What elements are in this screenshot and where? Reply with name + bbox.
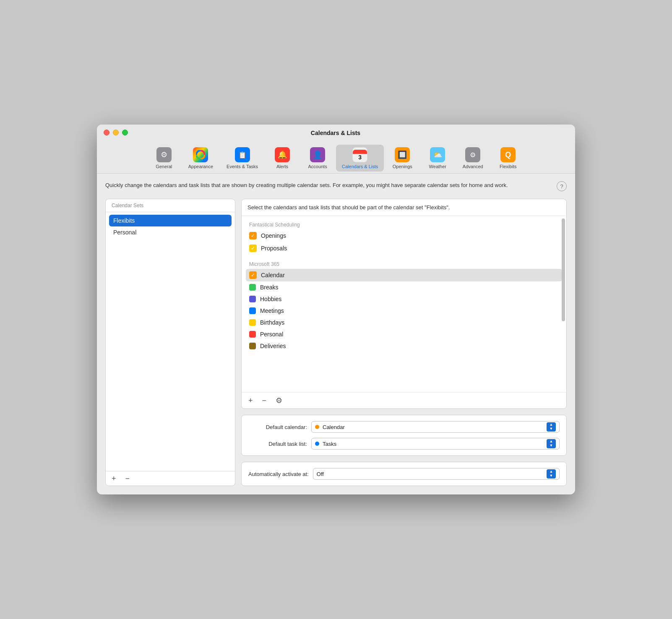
left-panel: Calendar Sets Flexibits Personal + − xyxy=(105,199,235,486)
openings-icon: 🔲 xyxy=(395,147,410,162)
cal-label-birthdays: Birthdays xyxy=(260,319,284,326)
default-calendar-row: Default calendar: Calendar ▲ ▼ xyxy=(248,421,560,433)
appearance-icon xyxy=(193,147,208,162)
maximize-button[interactable] xyxy=(122,130,128,135)
description-row: Quickly change the calendars and task li… xyxy=(105,181,567,191)
cal-item-hobbies[interactable]: Hobbies xyxy=(246,293,562,305)
tab-general[interactable]: ⚙ General xyxy=(147,145,181,172)
cal-dot-personal xyxy=(249,331,256,338)
activate-value: Off xyxy=(317,471,547,477)
tab-accounts-label: Accounts xyxy=(308,164,327,169)
defaults-section: Default calendar: Calendar ▲ ▼ Default t… xyxy=(241,415,567,456)
toolbar: ⚙ General App xyxy=(147,143,525,173)
tab-alerts-label: Alerts xyxy=(276,164,288,169)
calendars-scroll[interactable]: Fantastical Scheduling ✓ Openings ✓ Prop… xyxy=(242,216,566,392)
add-calendar-button[interactable]: + xyxy=(247,396,255,405)
default-task-value: Tasks xyxy=(323,441,547,447)
cal-dot-meetings xyxy=(249,307,256,314)
main-panels: Calendar Sets Flexibits Personal + − xyxy=(105,199,567,486)
general-icon: ⚙ xyxy=(156,147,172,162)
cal-dot-deliveries xyxy=(249,343,256,349)
tab-general-label: General xyxy=(156,164,172,169)
cal-checkbox-proposals: ✓ xyxy=(249,244,257,252)
default-calendar-select[interactable]: Calendar ▲ ▼ xyxy=(311,421,560,433)
cal-label-breaks: Breaks xyxy=(260,284,279,291)
scrollbar-thumb xyxy=(562,218,565,321)
cal-label-hobbies: Hobbies xyxy=(260,296,281,302)
default-calendar-dot xyxy=(315,425,319,429)
alerts-icon: 🔔 xyxy=(275,147,290,162)
tab-advanced[interactable]: ⚙ Advanced xyxy=(456,145,490,172)
default-task-select[interactable]: Tasks ▲ ▼ xyxy=(311,438,560,450)
tab-weather[interactable]: ⛅ Weather xyxy=(421,145,454,172)
cal-item-deliveries[interactable]: Deliveries xyxy=(246,340,562,352)
tab-openings[interactable]: 🔲 Openings xyxy=(385,145,419,172)
activate-label: Automatically activate at: xyxy=(248,471,309,477)
set-item-flexibits[interactable]: Flexibits xyxy=(109,215,232,226)
cal-item-breaks[interactable]: Breaks xyxy=(246,281,562,293)
tab-flexibits-label: Flexibits xyxy=(500,164,516,169)
tab-weather-label: Weather xyxy=(429,164,446,169)
tab-calendars[interactable]: 3 Calendars & Lists xyxy=(336,145,384,172)
content-area: Quickly change the calendars and task li… xyxy=(97,174,575,494)
cal-item-openings[interactable]: ✓ Openings xyxy=(246,229,562,242)
selector-instruction: Select the calendars and task lists that… xyxy=(242,199,566,216)
default-task-label: Default task list: xyxy=(248,441,307,447)
cal-label-openings: Openings xyxy=(261,232,286,239)
tab-appearance-label: Appearance xyxy=(188,164,213,169)
remove-set-button[interactable]: − xyxy=(124,474,132,483)
flexibits-icon: Q xyxy=(500,147,516,162)
activate-select[interactable]: Off ▲ ▼ xyxy=(313,468,560,480)
default-task-arrows: ▲ ▼ xyxy=(547,439,556,448)
activate-arrows: ▲ ▼ xyxy=(547,469,556,479)
default-calendar-value: Calendar xyxy=(323,424,547,430)
default-calendar-label: Default calendar: xyxy=(248,424,307,430)
cal-checkbox-calendar: ✓ xyxy=(249,271,257,279)
right-panel: Select the calendars and task lists that… xyxy=(241,199,567,486)
group-label-microsoft: Microsoft 365 xyxy=(246,259,562,269)
tab-appearance[interactable]: Appearance xyxy=(182,145,219,172)
tab-calendars-label: Calendars & Lists xyxy=(342,164,378,169)
minimize-button[interactable] xyxy=(113,130,119,135)
tab-flexibits[interactable]: Q Flexibits xyxy=(491,145,525,172)
weather-icon: ⛅ xyxy=(430,147,445,162)
cal-label-proposals: Proposals xyxy=(261,245,287,252)
calendar-sets-header: Calendar Sets xyxy=(106,199,235,212)
main-window: Calendars & Lists ⚙ General xyxy=(97,125,575,494)
calendars-icon: 3 xyxy=(352,147,367,162)
cal-dot-breaks xyxy=(249,284,256,291)
close-button[interactable] xyxy=(104,130,109,135)
cal-label-deliveries: Deliveries xyxy=(260,343,286,349)
titlebar: Calendars & Lists ⚙ General xyxy=(97,125,575,174)
cal-label-personal: Personal xyxy=(260,331,283,338)
description-text: Quickly change the calendars and task li… xyxy=(105,181,550,190)
help-button[interactable]: ? xyxy=(557,181,567,191)
cal-dot-birthdays xyxy=(249,319,256,326)
cal-item-personal[interactable]: Personal xyxy=(246,328,562,340)
cal-item-proposals[interactable]: ✓ Proposals xyxy=(246,242,562,255)
cal-checkbox-openings: ✓ xyxy=(249,232,257,239)
cal-label-calendar: Calendar xyxy=(261,272,285,278)
calendar-settings-button[interactable]: ⚙ xyxy=(274,396,284,405)
default-task-row: Default task list: Tasks ▲ ▼ xyxy=(248,438,560,450)
default-calendar-arrows: ▲ ▼ xyxy=(547,422,556,432)
tab-openings-label: Openings xyxy=(393,164,412,169)
group-label-fantastical: Fantastical Scheduling xyxy=(246,219,562,229)
remove-calendar-button[interactable]: − xyxy=(260,396,268,405)
add-set-button[interactable]: + xyxy=(110,474,118,483)
left-panel-footer: + − xyxy=(106,471,235,486)
selector-footer: + − ⚙ xyxy=(242,392,566,408)
tab-alerts[interactable]: 🔔 Alerts xyxy=(266,145,299,172)
tab-accounts[interactable]: 👤 Accounts xyxy=(301,145,334,172)
calendar-sets-list: Flexibits Personal xyxy=(106,212,235,471)
accounts-icon: 👤 xyxy=(310,147,325,162)
cal-item-calendar[interactable]: ✓ Calendar xyxy=(246,269,562,281)
tab-events[interactable]: 📋 Events & Tasks xyxy=(221,145,264,172)
tab-advanced-label: Advanced xyxy=(463,164,483,169)
scrollbar[interactable] xyxy=(562,218,565,390)
set-item-personal[interactable]: Personal xyxy=(109,226,232,238)
cal-item-meetings[interactable]: Meetings xyxy=(246,305,562,317)
cal-item-birthdays[interactable]: Birthdays xyxy=(246,317,562,328)
calendar-selector-box: Select the calendars and task lists that… xyxy=(241,199,567,409)
advanced-icon: ⚙ xyxy=(465,147,480,162)
